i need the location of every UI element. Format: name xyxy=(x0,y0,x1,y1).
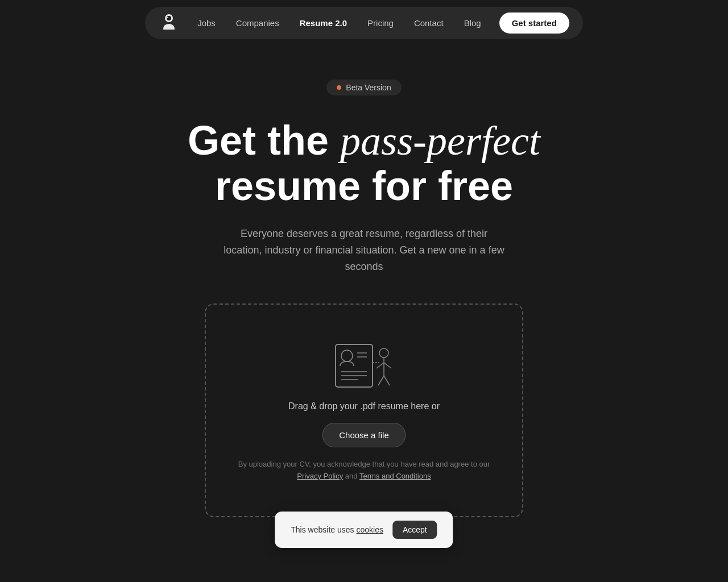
cookie-link[interactable]: cookies xyxy=(356,525,383,534)
cookie-text: This website uses cookies xyxy=(291,525,383,534)
hero-title-italic: pass-perfect xyxy=(340,118,540,164)
svg-line-13 xyxy=(384,363,391,368)
upload-illustration xyxy=(330,339,398,390)
choose-file-button[interactable]: Choose a file xyxy=(322,423,406,447)
cookie-banner: This website uses cookies Accept xyxy=(275,512,453,548)
nav-item-pricing[interactable]: Pricing xyxy=(358,14,403,32)
nav-item-companies[interactable]: Companies xyxy=(227,14,288,32)
hero-section: Beta Version Get the pass-perfect resume… xyxy=(0,45,728,540)
disclaimer-and: and xyxy=(343,472,359,480)
nav-item-resume[interactable]: Resume 2.0 xyxy=(291,14,356,32)
beta-dot xyxy=(337,85,341,90)
terms-link[interactable]: Terms and Conditions xyxy=(359,472,431,480)
drag-drop-text: Drag & drop your .pdf resume here or xyxy=(288,401,440,411)
svg-point-2 xyxy=(167,17,168,18)
disclaimer-prefix: By uploading your CV, you acknowledge th… xyxy=(238,460,490,468)
svg-line-14 xyxy=(378,376,384,385)
beta-badge: Beta Version xyxy=(326,80,401,95)
privacy-policy-link[interactable]: Privacy Policy xyxy=(297,472,343,480)
svg-point-4 xyxy=(341,350,353,361)
get-started-button[interactable]: Get started xyxy=(499,13,569,34)
hero-subtitle: Everyone deserves a great resume, regard… xyxy=(222,226,506,275)
logo[interactable] xyxy=(159,13,179,33)
upload-disclaimer: By uploading your CV, you acknowledge th… xyxy=(229,459,499,483)
navbar: Jobs Companies Resume 2.0 Pricing Contac… xyxy=(0,0,728,45)
svg-line-15 xyxy=(384,376,390,385)
nav-item-jobs[interactable]: Jobs xyxy=(188,14,225,32)
beta-label: Beta Version xyxy=(346,83,391,92)
hero-title-prefix: Get the xyxy=(188,118,340,163)
cookie-accept-button[interactable]: Accept xyxy=(392,521,437,539)
nav-links: Jobs Companies Resume 2.0 Pricing Contac… xyxy=(188,14,490,32)
hero-title-suffix: resume for free xyxy=(215,163,513,209)
cookie-prefix: This website uses xyxy=(291,525,356,534)
nav-item-contact[interactable]: Contact xyxy=(405,14,453,32)
svg-point-1 xyxy=(167,16,171,20)
svg-point-10 xyxy=(379,348,388,357)
nav-item-blog[interactable]: Blog xyxy=(455,14,490,32)
upload-box[interactable]: Drag & drop your .pdf resume here or Cho… xyxy=(205,304,523,518)
svg-line-12 xyxy=(377,363,384,368)
hero-title: Get the pass-perfect resume for free xyxy=(188,118,540,209)
